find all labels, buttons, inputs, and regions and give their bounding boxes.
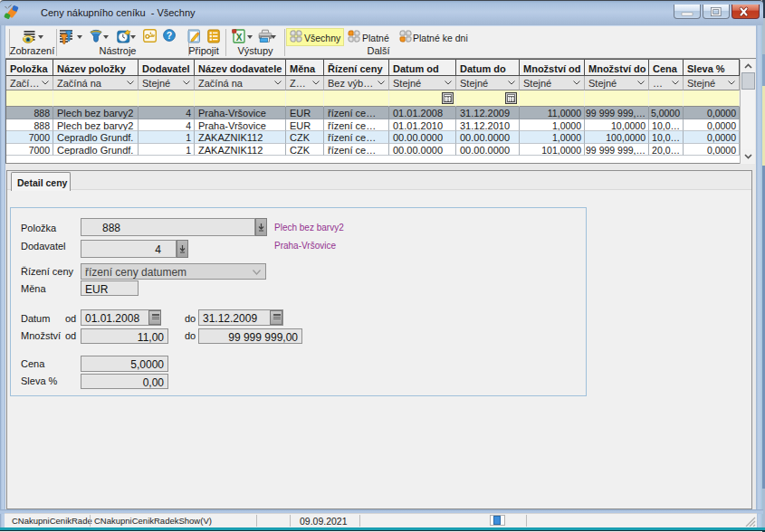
svg-text:X: X bbox=[236, 33, 243, 43]
svg-text:?: ? bbox=[167, 30, 172, 41]
